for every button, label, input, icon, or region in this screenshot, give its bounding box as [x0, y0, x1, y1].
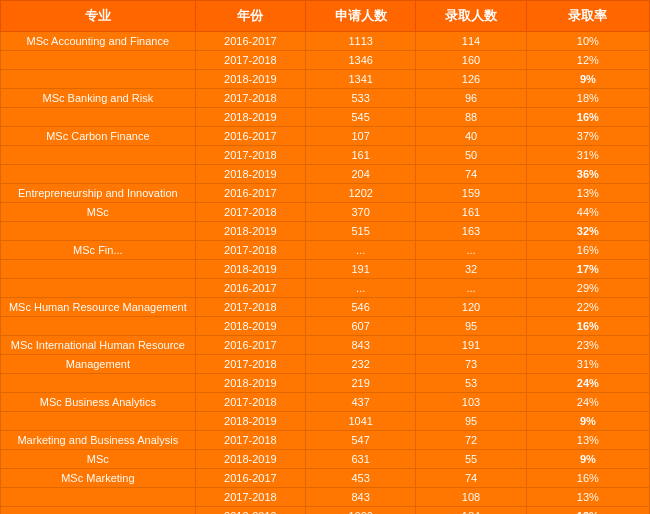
cell-major — [1, 165, 196, 184]
cell-admit: 53 — [416, 374, 526, 393]
cell-apply: 545 — [306, 108, 416, 127]
table-row: 2017-20181615031% — [1, 146, 650, 165]
cell-apply: 370 — [306, 203, 416, 222]
cell-major: MSc Fin... — [1, 241, 196, 260]
cell-apply: 1341 — [306, 70, 416, 89]
cell-major — [1, 412, 196, 431]
cell-year: 2017-2018 — [195, 241, 305, 260]
cell-rate: 18% — [526, 89, 649, 108]
table-row: 2018-20196079516% — [1, 317, 650, 336]
cell-rate: 37% — [526, 127, 649, 146]
cell-major: Marketing and Business Analysis — [1, 431, 196, 450]
cell-rate: 16% — [526, 469, 649, 488]
header-major: 专业 — [1, 1, 196, 32]
cell-rate: 13% — [526, 431, 649, 450]
cell-year: 2018-2019 — [195, 450, 305, 469]
cell-major: MSc Marketing — [1, 469, 196, 488]
cell-rate: 13% — [526, 507, 649, 515]
cell-year: 2017-2018 — [195, 51, 305, 70]
cell-major: MSc — [1, 450, 196, 469]
table-row: MSc Business Analytics2017-201843710324% — [1, 393, 650, 412]
cell-major — [1, 488, 196, 507]
cell-apply: 219 — [306, 374, 416, 393]
cell-major — [1, 146, 196, 165]
cell-year: 2018-2019 — [195, 317, 305, 336]
cell-rate: 9% — [526, 70, 649, 89]
cell-rate: 32% — [526, 222, 649, 241]
cell-year: 2018-2019 — [195, 507, 305, 515]
cell-apply: 437 — [306, 393, 416, 412]
table-row: MSc Human Resource Management2017-201854… — [1, 298, 650, 317]
cell-major: MSc Accounting and Finance — [1, 32, 196, 51]
cell-year: 2016-2017 — [195, 279, 305, 298]
data-table: 专业 年份 申请人数 录取人数 录取率 MSc Accounting and F… — [0, 0, 650, 514]
cell-year: 2018-2019 — [195, 222, 305, 241]
table-row: 2018-20192195324% — [1, 374, 650, 393]
cell-apply: 453 — [306, 469, 416, 488]
table-row: 2018-20191041959% — [1, 412, 650, 431]
cell-rate: 24% — [526, 374, 649, 393]
cell-rate: 24% — [526, 393, 649, 412]
cell-admit: 160 — [416, 51, 526, 70]
cell-year: 2016-2017 — [195, 32, 305, 51]
cell-apply: 631 — [306, 450, 416, 469]
cell-apply: 191 — [306, 260, 416, 279]
cell-major — [1, 70, 196, 89]
cell-rate: 44% — [526, 203, 649, 222]
cell-admit: 72 — [416, 431, 526, 450]
cell-year: 2017-2018 — [195, 393, 305, 412]
cell-admit: ... — [416, 279, 526, 298]
cell-admit: 108 — [416, 488, 526, 507]
header-row: 专业 年份 申请人数 录取人数 录取率 — [1, 1, 650, 32]
table-row: 2018-20192047436% — [1, 165, 650, 184]
cell-year: 2018-2019 — [195, 165, 305, 184]
cell-admit: 96 — [416, 89, 526, 108]
cell-rate: 12% — [526, 51, 649, 70]
cell-year: 2017-2018 — [195, 355, 305, 374]
cell-year: 2018-2019 — [195, 412, 305, 431]
table-row: Entrepreneurship and Innovation2016-2017… — [1, 184, 650, 203]
cell-apply: 547 — [306, 431, 416, 450]
header-year: 年份 — [195, 1, 305, 32]
cell-apply: 1346 — [306, 51, 416, 70]
table-row: 2017-201884310813% — [1, 488, 650, 507]
cell-year: 2017-2018 — [195, 298, 305, 317]
cell-admit: 103 — [416, 393, 526, 412]
table-row: MSc2017-201837016144% — [1, 203, 650, 222]
cell-rate: 10% — [526, 32, 649, 51]
table-row: 2018-201951516332% — [1, 222, 650, 241]
cell-major — [1, 108, 196, 127]
cell-admit: 74 — [416, 165, 526, 184]
cell-apply: 1000 — [306, 507, 416, 515]
cell-major — [1, 222, 196, 241]
cell-year: 2018-2019 — [195, 70, 305, 89]
table-body: MSc Accounting and Finance2016-201711131… — [1, 32, 650, 515]
cell-admit: 32 — [416, 260, 526, 279]
cell-rate: 9% — [526, 450, 649, 469]
cell-apply: 1041 — [306, 412, 416, 431]
cell-year: 2018-2019 — [195, 108, 305, 127]
cell-rate: 36% — [526, 165, 649, 184]
cell-major: MSc Banking and Risk — [1, 89, 196, 108]
cell-major: MSc Carbon Finance — [1, 127, 196, 146]
cell-year: 2017-2018 — [195, 89, 305, 108]
cell-apply: 546 — [306, 298, 416, 317]
cell-year: 2018-2019 — [195, 374, 305, 393]
cell-admit: 161 — [416, 203, 526, 222]
cell-year: 2016-2017 — [195, 184, 305, 203]
cell-major: MSc — [1, 203, 196, 222]
header-rate: 录取率 — [526, 1, 649, 32]
cell-rate: 22% — [526, 298, 649, 317]
table-row: MSc Accounting and Finance2016-201711131… — [1, 32, 650, 51]
cell-major — [1, 279, 196, 298]
cell-admit: 114 — [416, 32, 526, 51]
cell-rate: 13% — [526, 488, 649, 507]
table-row: 2018-201913411269% — [1, 70, 650, 89]
cell-rate: 23% — [526, 336, 649, 355]
cell-apply: 607 — [306, 317, 416, 336]
cell-rate: 16% — [526, 317, 649, 336]
cell-apply: 533 — [306, 89, 416, 108]
cell-apply: 204 — [306, 165, 416, 184]
cell-apply: 107 — [306, 127, 416, 146]
table-row: MSc Marketing2016-20174537416% — [1, 469, 650, 488]
